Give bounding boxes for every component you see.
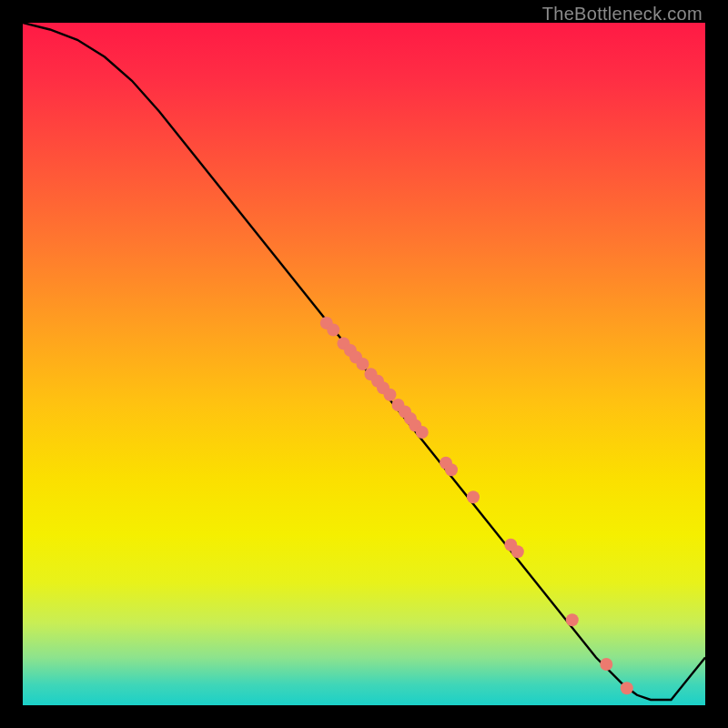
data-point	[621, 682, 633, 694]
data-point	[600, 658, 612, 671]
plot-area	[23, 23, 705, 705]
data-point	[445, 463, 458, 476]
watermark-text: TheBottleneck.com	[542, 4, 703, 25]
data-point	[327, 324, 339, 337]
chart-frame: TheBottleneck.com	[0, 0, 728, 728]
curve-layer	[23, 23, 705, 705]
data-point	[511, 545, 524, 558]
scatter-points	[320, 317, 633, 694]
data-point	[357, 358, 369, 370]
data-point	[416, 426, 429, 439]
data-point	[384, 389, 397, 401]
data-point	[566, 613, 579, 626]
data-point	[467, 490, 480, 503]
